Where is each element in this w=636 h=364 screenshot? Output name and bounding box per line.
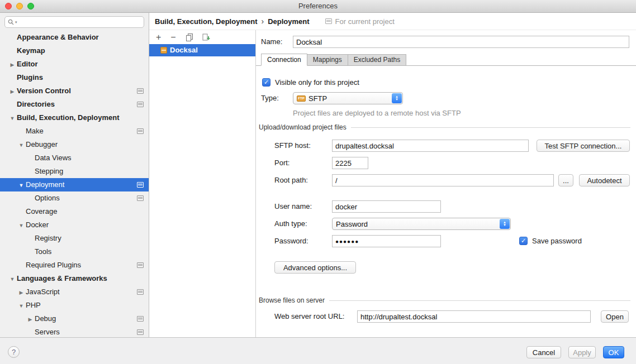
settings-search-box[interactable]: ▾ [4,16,144,28]
advanced-options-button[interactable]: Advanced options... [274,261,356,274]
sidebar-item-servers[interactable]: Servers [0,325,149,337]
save-password-label: Save password [532,235,582,247]
sftp-host-input[interactable] [332,140,529,152]
server-icon [160,47,167,54]
sidebar-item-registry[interactable]: Registry [0,232,149,245]
browse-section-header: Browse files on server [259,296,630,305]
open-button[interactable]: Open [601,310,629,323]
port-input[interactable] [332,157,368,169]
zoom-window-button[interactable] [27,3,34,9]
password-input[interactable] [332,235,441,247]
tab-mappings[interactable]: Mappings [307,54,348,66]
sidebar-item-label: Editor [17,60,38,68]
sidebar-item-editor[interactable]: ▶Editor [0,58,149,71]
scope-label: For current project [335,17,395,26]
add-server-icon[interactable]: + [156,33,161,42]
sidebar-item-deployment[interactable]: ▼Deployment [0,178,149,191]
ok-button[interactable]: OK [603,346,624,358]
sidebar-item-languages-frameworks[interactable]: ▼Languages & Frameworks [0,272,149,285]
chevron-down-icon[interactable]: ▼ [17,299,26,313]
sidebar-item-php[interactable]: ▼PHP [0,299,149,312]
breadcrumb-segment[interactable]: Build, Execution, Deployment [155,17,257,26]
settings-sidebar: ▾ Appearance & BehaviorKeymap▶EditorPlug… [0,13,149,337]
sidebar-item-label: Stepping [35,167,63,175]
section-divider [351,127,630,128]
sidebar-item-required-plugins[interactable]: Required Plugins [0,258,149,272]
name-input[interactable] [293,36,629,48]
sidebar-item-javascript[interactable]: ▶JavaScript [0,285,149,299]
help-button[interactable]: ? [8,346,20,358]
import-server-icon[interactable] [202,33,210,41]
type-hint-text: Project files are deployed to a remote h… [293,108,461,118]
root-path-input[interactable] [332,174,554,186]
type-selected-value: SFTP [308,94,327,103]
sidebar-item-debug[interactable]: ▶Debug [0,312,149,325]
section-divider [329,300,630,301]
per-project-settings-icon [137,128,144,134]
chevron-down-icon[interactable]: ▼ [17,179,26,192]
chevron-down-icon[interactable]: ▼ [17,219,26,232]
server-list-item-docksal[interactable]: Docksal [149,44,255,56]
chevron-down-icon[interactable]: ▼ [8,112,17,125]
sidebar-item-stepping[interactable]: Stepping [0,165,149,178]
password-label: Password: [274,235,308,247]
servers-toolbar: + − [149,30,255,44]
sidebar-item-coverage[interactable]: Coverage [0,205,149,218]
sidebar-item-appearance-behavior[interactable]: Appearance & Behavior [0,31,149,44]
user-name-input[interactable] [332,200,441,213]
visible-only-label: Visible only for this project [275,76,359,89]
sidebar-item-options[interactable]: Options [0,191,149,205]
apply-button[interactable]: Apply [568,346,596,358]
chevron-down-icon[interactable]: ▼ [17,138,26,152]
chevron-down-icon[interactable]: ▼ [8,272,17,286]
sidebar-item-directories[interactable]: Directories [0,98,149,111]
chevron-right-icon[interactable]: ▶ [8,58,17,71]
sidebar-item-build-execution-deployment[interactable]: ▼Build, Execution, Deployment [0,111,149,124]
tab-excluded-paths[interactable]: Excluded Paths [348,54,406,66]
breadcrumb-bar: Build, Execution, Deployment › Deploymen… [149,13,636,30]
minimize-window-button[interactable] [16,3,23,9]
visible-only-checkbox[interactable] [262,78,270,87]
root-path-label: Root path: [274,174,308,186]
copy-server-icon[interactable] [186,33,193,41]
sidebar-item-debugger[interactable]: ▼Debugger [0,138,149,151]
test-sftp-connection-button[interactable]: Test SFTP connection... [537,140,630,152]
sidebar-item-label: Debugger [26,140,58,149]
chevron-right-icon[interactable]: ▶ [26,313,35,326]
save-password-checkbox[interactable] [519,237,528,245]
sidebar-item-keymap[interactable]: Keymap [0,44,149,58]
sidebar-item-docker[interactable]: ▼Docker [0,218,149,232]
auth-type-dropdown[interactable]: Password ▲▼ [332,218,511,230]
titlebar: Preferences [0,0,636,13]
sidebar-item-label: Languages & Frameworks [17,274,107,282]
web-root-input[interactable] [357,310,591,323]
autodetect-button[interactable]: Autodetect [579,174,630,186]
tab-connection[interactable]: Connection [261,54,307,66]
cancel-button[interactable]: Cancel [526,346,561,358]
sidebar-item-make[interactable]: Make [0,124,149,138]
upload-section-title: Upload/download project files [259,123,347,131]
sidebar-item-label: Required Plugins [26,261,81,269]
sidebar-item-label: Directories [17,100,55,108]
type-dropdown[interactable]: FTP SFTP ▲▼ [293,92,403,104]
browse-root-path-button[interactable]: ... [558,174,573,186]
settings-search-input[interactable] [17,17,141,27]
remove-server-icon[interactable]: − [170,33,175,42]
per-project-settings-icon [137,289,144,295]
type-label: Type: [261,92,279,104]
auth-type-label: Auth type: [274,218,307,230]
search-icon [8,19,14,25]
upload-section-header: Upload/download project files [259,123,630,132]
dropdown-stepper-icon[interactable]: ▲▼ [392,93,402,103]
chevron-right-icon[interactable]: ▶ [8,85,17,98]
sidebar-item-tools[interactable]: Tools [0,245,149,258]
sidebar-item-data-views[interactable]: Data Views [0,151,149,165]
sidebar-item-version-control[interactable]: ▶Version Control [0,84,149,98]
dropdown-stepper-icon[interactable]: ▲▼ [500,219,510,229]
per-project-settings-icon [137,329,144,335]
close-window-button[interactable] [5,3,12,9]
browse-section-title: Browse files on server [259,296,325,304]
sidebar-item-label: Data Views [35,154,72,162]
sidebar-item-plugins[interactable]: Plugins [0,71,149,84]
chevron-right-icon[interactable]: ▶ [17,286,26,299]
